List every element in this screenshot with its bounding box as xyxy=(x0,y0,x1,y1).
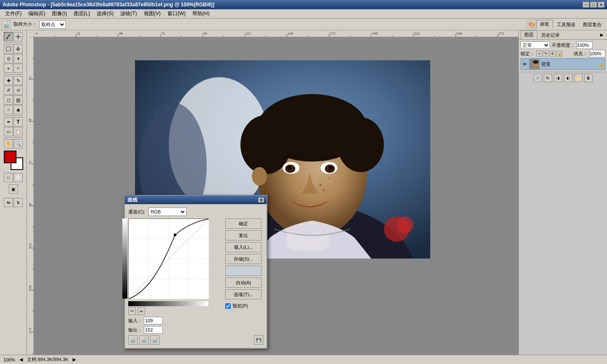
layer-name-text: 背景 xyxy=(541,61,550,67)
curves-save-button[interactable]: 存储(S)... xyxy=(225,254,262,264)
menu-image[interactable]: 图像(I) xyxy=(49,9,70,18)
tool-extra-1[interactable]: ⇆ xyxy=(4,198,13,207)
opacity-input[interactable] xyxy=(577,41,593,49)
layer-adjustment-btn[interactable]: ◐ xyxy=(564,74,572,82)
burn-tool[interactable]: ◉ xyxy=(13,105,23,114)
preview-row: 预览(P) xyxy=(225,303,263,309)
notes-tool[interactable]: 📋 xyxy=(13,127,23,136)
rect-select-tool[interactable] xyxy=(4,44,13,54)
screen-mode-btn[interactable]: ▣ xyxy=(9,184,18,194)
input-label: 输入： xyxy=(128,318,142,324)
heal-tool[interactable]: ✚ xyxy=(4,76,13,85)
eyedropper-tool-icon[interactable]: 🔬 xyxy=(2,20,11,29)
right-panels: 图层 历史记录 ▶ 正常 不透明度： 锁定： ▪ ✎ ✛ xyxy=(518,30,607,355)
curves-ok-button[interactable]: 确定 xyxy=(225,218,262,229)
preview-checkbox[interactable] xyxy=(225,303,231,309)
tool-extra-2[interactable]: ⇅ xyxy=(13,198,23,207)
curves-info-icon[interactable]: 💾 xyxy=(254,335,263,345)
crop-tool[interactable]: ⌖ xyxy=(4,64,13,73)
move-tool[interactable] xyxy=(13,44,23,54)
tab-history[interactable]: 历史记录 xyxy=(537,31,564,39)
white-point-eyedropper[interactable]: 🔬 xyxy=(150,335,159,345)
standard-mode[interactable]: □ xyxy=(4,173,13,182)
blend-mode-select[interactable]: 正常 xyxy=(521,41,550,49)
menu-help[interactable]: 帮助(H) xyxy=(189,9,213,18)
curves-load-button[interactable]: 载入(L)... xyxy=(225,242,262,252)
menu-layer[interactable]: 图层(L) xyxy=(70,9,94,18)
gradient-tool[interactable]: ▥ xyxy=(13,95,23,105)
slice-tool[interactable]: ⌗ xyxy=(13,64,23,73)
layer-group-btn[interactable]: 📁 xyxy=(574,74,583,82)
status-arrow-left[interactable]: ◀ xyxy=(19,357,23,362)
tab-layer-comps[interactable]: 图层复合 xyxy=(579,20,605,29)
curve-pencil-btn[interactable]: ✏ xyxy=(138,307,145,315)
lock-all-btn[interactable]: 🔒 xyxy=(556,51,562,57)
status-doc-info: 文档:994.3K/994.3K xyxy=(27,356,68,363)
curves-dialog-title[interactable]: 曲线 ✕ xyxy=(125,196,267,204)
curves-channel-select[interactable]: RGB 红 绿 蓝 xyxy=(148,208,186,216)
gray-point-eyedropper[interactable]: 🔬 xyxy=(139,335,148,345)
layer-item-background[interactable]: 👁 背景 🔒 xyxy=(521,58,605,70)
eraser-tool[interactable]: ◻ xyxy=(4,95,13,105)
lock-image-btn[interactable]: ✎ xyxy=(543,51,549,57)
menu-edit[interactable]: 编辑(E) xyxy=(25,9,49,18)
clone-stamp-tool[interactable]: ✐ xyxy=(4,86,13,95)
eyedropper-tool[interactable] xyxy=(4,32,13,41)
toolbar-row-2 xyxy=(4,44,23,54)
quick-mask-mode[interactable]: ⬜ xyxy=(13,173,23,182)
layer-fx-btn[interactable]: fx xyxy=(544,74,552,82)
curves-close-button[interactable]: ✕ xyxy=(258,197,264,202)
palette-icon[interactable]: 🎨 xyxy=(527,20,536,29)
sample-size-select[interactable]: 取样点 3×3平均 5×5平均 xyxy=(39,20,66,29)
curves-smooth-button[interactable] xyxy=(225,266,262,276)
minimize-button[interactable]: ─ xyxy=(583,2,589,8)
curve-graph[interactable] xyxy=(128,218,208,299)
curves-auto-button[interactable]: 自动(A) xyxy=(225,278,262,288)
zoom-tool[interactable]: 🔍 xyxy=(13,139,23,148)
output-value-field[interactable] xyxy=(144,326,163,334)
toolbar: ⊙ ✴ ⌖ ⌗ ✚ ✎ ✐ ↺ ◻ ▥ ○ ◉ ✒ T ▭ xyxy=(0,30,27,355)
lock-move-btn[interactable]: ✛ xyxy=(550,51,556,57)
shape-tool[interactable]: ▭ xyxy=(4,127,13,136)
tab-tool-preset[interactable]: 工具预设 xyxy=(553,20,579,29)
tab-layers[interactable]: 图层 xyxy=(521,30,537,39)
ruler-corner xyxy=(27,30,34,37)
hand-tool[interactable]: ✋ xyxy=(4,139,13,148)
menu-filter[interactable]: 滤镜(T) xyxy=(117,9,140,18)
menu-view[interactable]: 视图(V) xyxy=(140,9,164,18)
sampler-tool[interactable] xyxy=(13,32,23,41)
input-value-field[interactable] xyxy=(144,317,163,324)
panel-options-icon[interactable]: ▶ xyxy=(599,32,605,38)
lasso-tool[interactable]: ⊙ xyxy=(4,54,13,63)
dodge-tool[interactable]: ○ xyxy=(4,105,13,114)
svg-point-25 xyxy=(328,178,330,179)
curve-side-gradient xyxy=(122,218,127,299)
layer-link-btn[interactable]: 🔗 xyxy=(534,74,542,82)
curves-options-button[interactable]: 选项(T)... xyxy=(225,289,262,299)
layer-delete-btn[interactable]: 🗑 xyxy=(584,74,593,82)
pen-tool[interactable]: ✒ xyxy=(4,117,13,127)
maximize-button[interactable]: □ xyxy=(590,2,597,8)
brush-tool[interactable]: ✎ xyxy=(13,76,23,85)
status-arrow-right[interactable]: ▶ xyxy=(73,357,76,362)
layer-visibility-icon[interactable]: 👁 xyxy=(522,61,528,67)
foreground-color-swatch[interactable] xyxy=(4,151,16,163)
menu-file[interactable]: 文件(F) xyxy=(2,9,25,18)
layer-mask-btn[interactable]: ◑ xyxy=(554,74,562,82)
tab-brush[interactable]: 画笔 xyxy=(536,20,553,29)
curve-smooth-btn[interactable]: 〜 xyxy=(128,307,136,315)
curve-canvas[interactable] xyxy=(129,219,209,299)
curves-extra-icon: 💾 xyxy=(225,334,263,345)
toolbar-row-7: ◻ ▥ xyxy=(4,95,23,105)
menu-select[interactable]: 选择(S) xyxy=(93,9,117,18)
fill-input[interactable] xyxy=(589,50,605,57)
black-point-eyedropper[interactable]: 🔬 xyxy=(128,335,138,345)
text-tool[interactable]: T xyxy=(13,117,23,127)
curves-reset-button[interactable]: 复位 xyxy=(225,230,262,240)
history-brush-tool[interactable]: ↺ xyxy=(13,86,23,95)
curve-tool-icons: 〜 ✏ xyxy=(128,307,222,315)
lock-transparent-btn[interactable]: ▪ xyxy=(536,51,542,57)
magic-wand-tool[interactable]: ✴ xyxy=(13,54,23,63)
menu-window[interactable]: 窗口(W) xyxy=(164,9,189,18)
close-button[interactable]: ✕ xyxy=(598,2,604,8)
